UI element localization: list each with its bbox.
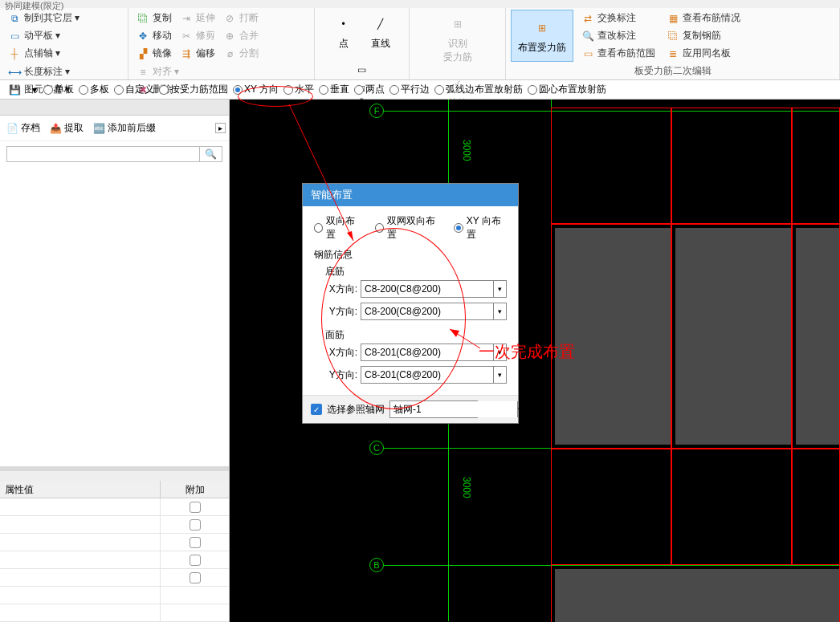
opt-twopoint[interactable]: 两点 [354,83,385,96]
ref-grid-combo[interactable]: ▾ [389,400,478,418]
prop-row[interactable] [0,604,229,622]
chevron-down-icon[interactable]: ▾ [517,401,522,417]
smart-place-dialog[interactable]: 智能布置 双向布置 双网双向布置 XY 向布置 钢筋信息 底筋 X方向: ▾ Y… [302,183,519,424]
opt-single[interactable]: 单板 [43,83,74,96]
prop-row[interactable] [0,587,229,604]
prop-checkbox[interactable] [190,537,201,548]
mirror-button[interactable]: ▞镜像 [133,45,175,62]
panel-toolbar: 📄存档 📤提取 🔤添加前后缀 ▸ [0,116,229,141]
recognize-rebar-button[interactable]: ⊞识别 受力筋 [437,10,479,67]
move-flat-button[interactable]: ▭动平板 ▾ [5,27,83,44]
window-title: 协同建模(限定) [0,0,840,8]
opt-center[interactable]: 圆心布置放射筋 [528,83,606,96]
bottom-x-combo[interactable]: ▾ [361,280,507,298]
view-note-button[interactable]: 🔍查改标注 [578,27,659,44]
length-label-button[interactable]: ⟷长度标注 ▾ [5,63,73,80]
prop-row[interactable] [0,516,229,534]
opt-arc[interactable]: 弧线边布置放射筋 [434,83,523,96]
same-name-button[interactable]: ≣应用同名板 [663,45,744,62]
trim-button[interactable]: ✂修剪 [177,27,218,44]
opt-xy[interactable]: XY 方向 [233,83,279,96]
left-panel: 📄存档 📤提取 🔤添加前后缀 ▸ 🔍 属性值 附加 [0,100,230,622]
annotation-text: 一次完成布置 [479,341,575,363]
opt-custom[interactable]: 自定义 [114,83,154,96]
property-header: 属性值 附加 [0,481,229,498]
opt-horiz[interactable]: 水平 [283,83,314,96]
split-button[interactable]: ⌀分割 [220,45,262,62]
dialog-title: 智能布置 [303,184,518,206]
bottom-x-input[interactable] [361,281,493,297]
group-label-edit: 板受力筋二次编辑 [511,63,834,79]
prop-checkbox[interactable] [190,519,201,531]
axis-bubble-f: F [369,104,384,118]
axis-bubble-c: C [369,441,384,455]
prop-checkbox[interactable] [190,555,201,566]
opt-multi[interactable]: 多板 [79,83,109,96]
add-prefix-button[interactable]: 🔤添加前后缀 [90,120,159,136]
extend-button[interactable]: ⇥延伸 [177,10,218,26]
bottom-y-combo[interactable]: ▾ [361,303,507,320]
dim-3000b: 3000 [461,477,472,498]
ydir-label: Y方向: [325,305,357,319]
copy-button[interactable]: ⿻复制 [133,10,175,26]
prop-row[interactable] [0,551,229,569]
line-icon: ╱ [369,13,392,35]
ref-grid-label: 选择参照轴网 [327,403,385,417]
status-button[interactable]: ▦查看布筋情况 [663,10,744,26]
rect-icon: ▭ [351,59,373,81]
align-button[interactable]: ≡对齐 ▾ [133,63,182,80]
place-rebar-icon: ⊞ [531,17,553,39]
aux-axis-button[interactable]: ┼点辅轴 ▾ [5,45,83,62]
view-range-button[interactable]: ▭查看布筋范围 [578,45,659,62]
xdir-label: X方向: [325,283,357,296]
xdir-label: X方向: [325,346,357,360]
dim-3000a: 3000 [461,140,472,161]
archive-button[interactable]: 📄存档 [3,120,43,136]
point-tool[interactable]: •点 [326,10,361,54]
ydir-label: Y方向: [325,368,357,382]
ref-grid-input[interactable] [390,401,517,417]
opt-parallel[interactable]: 平行边 [389,83,430,96]
top-y-input[interactable] [361,367,493,383]
axis-bubble-b: B [369,558,384,572]
offset-button[interactable]: ⇶偏移 [177,45,218,62]
search-input[interactable] [6,146,200,162]
chevron-down-icon[interactable]: ▾ [493,367,506,383]
extract-button[interactable]: 📤提取 [47,120,87,136]
swap-label-button[interactable]: ⇄交换标注 [578,10,659,26]
place-rebar-button[interactable]: ⊞布置受力筋 [511,10,573,62]
mode-xy[interactable]: XY 向布置 [454,214,507,242]
merge-button[interactable]: ⊕合并 [220,27,262,44]
search-icon[interactable]: 🔍 [200,146,222,162]
line-tool[interactable]: ╱直线 [363,10,398,54]
copy-rebar-button[interactable]: ⿻复制钢筋 [663,27,744,44]
top-y-combo[interactable]: ▾ [361,366,507,384]
chevron-down-icon[interactable]: ▾ [493,281,506,297]
prop-col-extra: 附加 [161,481,229,498]
chevron-down-icon[interactable]: ▾ [493,303,506,319]
break-button[interactable]: ⊘打断 [220,10,262,26]
mode-double-two-way[interactable]: 双网双向布置 [375,214,441,242]
point-icon: • [332,13,355,35]
recognize-icon: ⊞ [447,13,469,35]
prop-checkbox[interactable] [190,502,201,513]
prop-row[interactable] [0,534,229,551]
move-button[interactable]: ✥移动 [133,27,175,44]
top-x-input[interactable] [361,344,493,360]
prop-row[interactable] [0,569,229,587]
rebar-info-label: 钢筋信息 [314,248,507,262]
panel-expand-button[interactable]: ▸ [215,123,226,133]
top-rebar-label: 面筋 [325,328,507,342]
prop-col-value: 属性值 [0,481,161,498]
ribbon: ⧉制到其它层 ▾ ▭动平板 ▾ ┼点辅轴 ▾ ⟷长度标注 ▾ 💾图元存盘 ▾ ▽… [0,8,840,80]
opt-by-range[interactable]: 按受力筋范围 [159,83,228,96]
prop-checkbox[interactable] [190,572,201,583]
copy-to-layer-button[interactable]: ⧉制到其它层 ▾ [5,10,83,26]
prop-row[interactable] [0,498,229,516]
bottom-rebar-label: 底筋 [325,265,507,278]
mode-two-way[interactable]: 双向布置 [314,214,362,242]
ref-grid-checkbox[interactable]: ✓ [311,404,322,415]
bottom-y-input[interactable] [361,303,493,319]
opt-vert[interactable]: 垂直 [319,83,349,96]
